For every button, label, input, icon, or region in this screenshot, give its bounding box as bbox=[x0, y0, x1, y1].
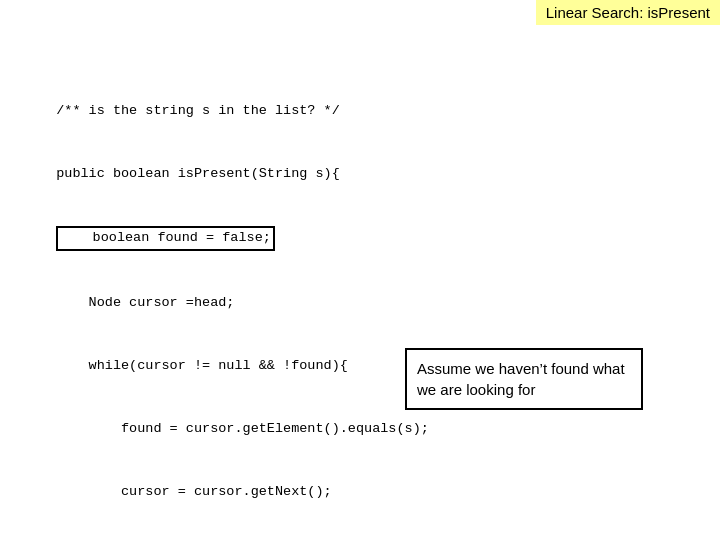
slide-title: Linear Search: isPresent bbox=[536, 0, 720, 25]
code-block: /** is the string s in the list? */ publ… bbox=[40, 80, 429, 540]
code-line-5: while(cursor != null && !found){ bbox=[56, 358, 348, 373]
code-line-1: /** is the string s in the list? */ bbox=[56, 103, 340, 118]
code-line-6: found = cursor.getElement().equals(s); bbox=[56, 421, 429, 436]
code-line-7: cursor = cursor.getNext(); bbox=[56, 484, 331, 499]
annotation-box: Assume we haven’t found what we are look… bbox=[405, 348, 643, 410]
code-line-4: Node cursor =head; bbox=[56, 295, 234, 310]
code-line-2: public boolean isPresent(String s){ bbox=[56, 166, 340, 181]
code-line-3-highlighted: boolean found = false; bbox=[56, 226, 275, 251]
